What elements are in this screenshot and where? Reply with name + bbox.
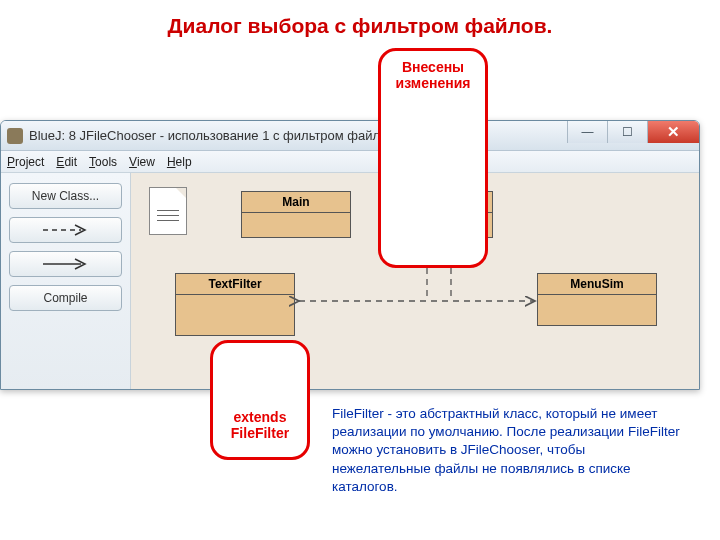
solid-arrow-button[interactable] xyxy=(9,251,122,277)
callout-changes-label: Внесены изменения xyxy=(391,59,475,91)
menu-view[interactable]: View xyxy=(129,155,155,169)
new-class-button[interactable]: New Class... xyxy=(9,183,122,209)
window-title-text: BlueJ: 8 JFileChooser - использование 1 … xyxy=(29,128,394,143)
class-menusim[interactable]: MenuSim xyxy=(537,273,657,326)
menu-help[interactable]: Help xyxy=(167,155,192,169)
description-text: FileFilter - это абстрактный класс, кото… xyxy=(332,405,682,496)
sidebar: New Class... Compile xyxy=(1,173,131,389)
class-textfilter-name: TextFilter xyxy=(176,274,294,295)
class-main[interactable]: Main xyxy=(241,191,351,238)
window-controls: — ☐ ✕ xyxy=(567,121,699,143)
class-menusim-name: MenuSim xyxy=(538,274,656,295)
minimize-button[interactable]: — xyxy=(567,121,607,143)
readme-icon[interactable] xyxy=(149,187,187,235)
dashed-arrow-button[interactable] xyxy=(9,217,122,243)
close-button[interactable]: ✕ xyxy=(647,121,699,143)
maximize-button[interactable]: ☐ xyxy=(607,121,647,143)
callout-extends: extends FileFilter xyxy=(210,340,310,460)
menu-edit[interactable]: Edit xyxy=(56,155,77,169)
slide-title: Диалог выбора с фильтром файлов. xyxy=(0,0,720,44)
menubar: Project Edit Tools View Help xyxy=(1,151,699,173)
callout-changes: Внесены изменения xyxy=(378,48,488,268)
dashed-arrow-icon xyxy=(41,224,91,236)
workspace: New Class... Compile Main MyFrame TextFi… xyxy=(1,173,699,389)
compile-button[interactable]: Compile xyxy=(9,285,122,311)
titlebar[interactable]: BlueJ: 8 JFileChooser - использование 1 … xyxy=(1,121,699,151)
menu-tools[interactable]: Tools xyxy=(89,155,117,169)
class-textfilter[interactable]: TextFilter xyxy=(175,273,295,336)
class-main-name: Main xyxy=(242,192,350,213)
bluej-app-icon xyxy=(7,128,23,144)
solid-arrow-icon xyxy=(41,258,91,270)
menu-project[interactable]: Project xyxy=(7,155,44,169)
bluej-window: BlueJ: 8 JFileChooser - использование 1 … xyxy=(0,120,700,390)
callout-extends-label: extends FileFilter xyxy=(223,409,297,441)
